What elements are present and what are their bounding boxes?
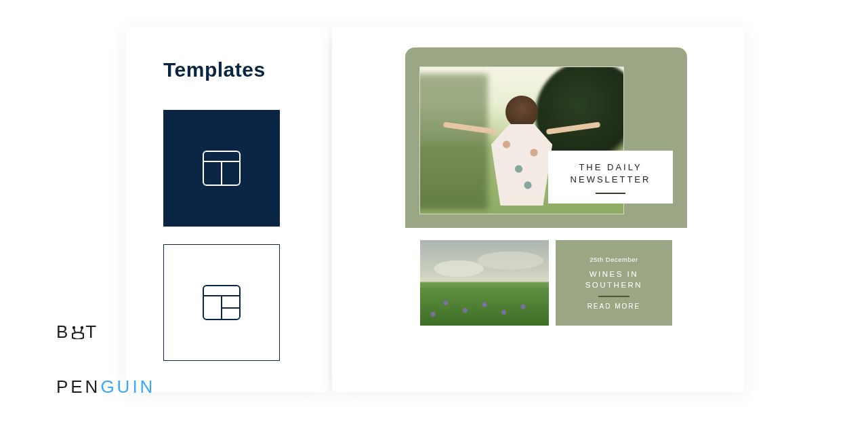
templates-heading: Templates <box>163 58 295 81</box>
newsletter-preview: THE DAILY NEWSLETTER 25th December WINES… <box>405 47 687 326</box>
logo-line2-a: PEN <box>56 376 100 397</box>
template-option-layout-a[interactable] <box>163 110 280 227</box>
svg-line-9 <box>74 329 75 332</box>
layout-a-icon <box>203 149 241 187</box>
divider-icon <box>598 296 629 297</box>
article-headline-line2: SOUTHERN <box>585 281 643 289</box>
newsletter-hero: THE DAILY NEWSLETTER <box>405 47 687 228</box>
read-more-link[interactable]: READ MORE <box>587 303 641 310</box>
logo-line1-b: T <box>85 322 99 342</box>
layout-b-icon <box>203 284 241 322</box>
botpenguin-logo: BT PENGUIN <box>26 304 155 415</box>
svg-point-8 <box>81 326 83 328</box>
hero-title-line2: NEWSLETTER <box>571 174 651 185</box>
article-date: 25th December <box>590 256 638 263</box>
article-meta: 25th December WINES IN SOUTHERN READ MOR… <box>556 240 672 326</box>
svg-line-10 <box>81 329 82 332</box>
templates-sidebar: Templates <box>125 27 329 392</box>
article-headline-line1: WINES IN <box>590 270 638 278</box>
svg-point-7 <box>73 326 75 328</box>
logo-line1-a: B <box>56 322 70 342</box>
newsletter-article: 25th December WINES IN SOUTHERN READ MOR… <box>405 228 687 326</box>
template-option-layout-b[interactable] <box>163 244 280 361</box>
hero-title-line1: THE DAILY <box>579 162 642 172</box>
robot-antenna-icon <box>70 326 85 339</box>
template-preview-panel: THE DAILY NEWSLETTER 25th December WINES… <box>332 27 744 392</box>
logo-line2-b: GUIN <box>100 376 155 397</box>
divider-icon <box>596 193 625 194</box>
hero-title-card: THE DAILY NEWSLETTER <box>548 151 673 204</box>
article-image <box>420 240 549 326</box>
